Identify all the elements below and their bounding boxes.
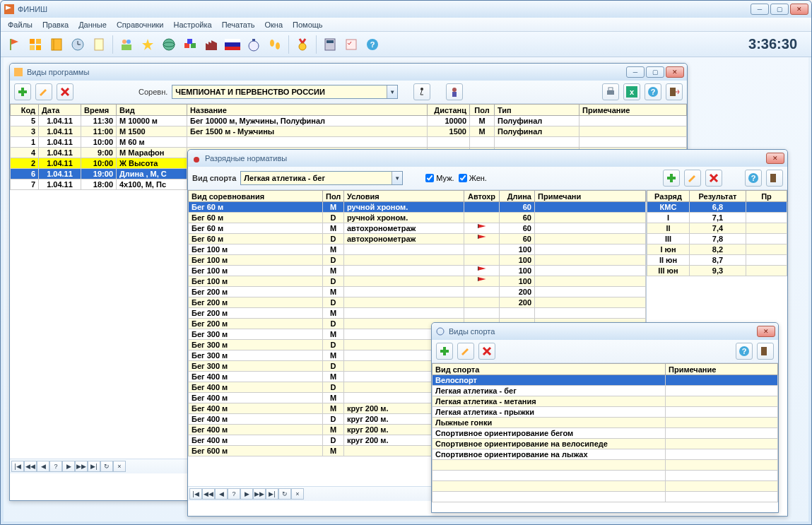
table-row[interactable]: Спортивное ориентирование на лыжах xyxy=(433,449,778,460)
stopwatch-icon[interactable] xyxy=(245,35,263,54)
sports-edit-button[interactable] xyxy=(457,343,474,360)
table-row[interactable]: Бег 100 мМ100 xyxy=(189,244,646,255)
menu-edit[interactable]: Правка xyxy=(38,19,73,30)
table-row[interactable]: Бег 60 мМавтохронометраж60 xyxy=(189,223,646,234)
nav-button[interactable]: ◀◀ xyxy=(24,461,37,472)
nav-button[interactable]: ▶▶ xyxy=(75,461,88,472)
table-row[interactable]: Бег 200 мМ200 xyxy=(189,287,646,297)
norm-delete-button[interactable] xyxy=(705,170,722,187)
nav-button[interactable]: ▶▶ xyxy=(253,488,266,500)
menu-files[interactable]: Файлы xyxy=(4,19,37,30)
table-row[interactable]: Бег 100 мD100 xyxy=(189,255,646,266)
exit-icon[interactable] xyxy=(666,83,683,100)
chevron-down-icon[interactable]: ▼ xyxy=(387,85,397,98)
table-row[interactable]: 31.04.1111:00М 1500Бег 1500 м - Мужчины1… xyxy=(11,126,687,137)
delete-button[interactable] xyxy=(57,83,73,100)
person-icon[interactable] xyxy=(446,83,463,100)
menu-help[interactable]: Помощь xyxy=(288,19,327,30)
star-icon[interactable] xyxy=(139,35,157,54)
comp-input[interactable] xyxy=(172,88,387,96)
factory-icon[interactable] xyxy=(202,35,220,54)
maximize-button[interactable]: ▢ xyxy=(770,4,789,15)
table-row[interactable]: Велоспорт xyxy=(433,375,778,386)
nav-button[interactable]: |◀ xyxy=(11,461,24,472)
rus-flag-icon[interactable] xyxy=(223,35,242,54)
note-icon[interactable] xyxy=(90,35,108,54)
table-row[interactable]: КМС6,8 xyxy=(647,202,787,213)
table-row[interactable]: Легкая атлетика - метания xyxy=(433,396,778,407)
excel-icon[interactable]: x xyxy=(623,83,640,100)
chevron-down-icon[interactable]: ▼ xyxy=(392,172,402,184)
norm-add-button[interactable] xyxy=(663,170,680,187)
nav-button[interactable]: ↻ xyxy=(100,461,113,472)
table-row[interactable]: Бег 60 мDручной хроном.60 xyxy=(189,213,646,223)
globe-icon[interactable] xyxy=(160,35,178,54)
edit-button[interactable] xyxy=(35,83,52,100)
footprints-icon[interactable] xyxy=(266,35,284,54)
female-checkbox[interactable]: Жен. xyxy=(459,174,487,182)
checklist-icon[interactable] xyxy=(342,35,360,54)
table-row[interactable]: II7,4 xyxy=(647,223,787,234)
table-row[interactable]: Легкая атлетика - прыжки xyxy=(433,407,778,418)
table-row[interactable]: Легкая атлетика - бег xyxy=(433,386,778,396)
help2-icon[interactable]: ? xyxy=(645,83,661,100)
sports-titlebar[interactable]: Виды спорта ✕ xyxy=(432,323,778,340)
table-row[interactable]: III юн9,3 xyxy=(647,266,787,276)
main-titlebar[interactable]: ФИНИШ ─ ▢ ✕ xyxy=(1,1,811,18)
nav-button[interactable]: × xyxy=(291,488,304,500)
table-row[interactable]: Бег 200 мМ xyxy=(189,308,646,319)
nav-button[interactable]: ▶| xyxy=(88,461,100,472)
norm-edit-button[interactable] xyxy=(684,170,701,187)
male-checkbox[interactable]: Муж. xyxy=(425,174,454,182)
menu-reference[interactable]: Справочники xyxy=(112,19,168,30)
sports-close[interactable]: ✕ xyxy=(757,326,775,337)
runner-icon[interactable] xyxy=(413,83,430,100)
table-row[interactable]: II юн8,7 xyxy=(647,255,787,266)
norm-help-icon[interactable]: ? xyxy=(745,170,762,187)
rank-table[interactable]: РазрядРезультатПр КМС6,8I7,1II7,4III7,8I… xyxy=(647,190,787,276)
nav-button[interactable]: ▶| xyxy=(266,488,278,500)
table-row[interactable]: Бег 60 мDавтохронометраж60 xyxy=(189,234,646,244)
norm-exit-icon[interactable] xyxy=(766,170,783,187)
nav-button[interactable]: ? xyxy=(49,461,62,472)
table-row[interactable]: Спортивное ориентирование бегом xyxy=(433,428,778,439)
nav-button[interactable]: ? xyxy=(228,488,240,500)
table-row[interactable]: Бег 60 мМручной хроном.60 xyxy=(189,202,646,213)
program-min[interactable]: ─ xyxy=(626,66,645,78)
table-row[interactable]: III7,8 xyxy=(647,234,787,244)
nav-button[interactable]: ▶ xyxy=(62,461,75,472)
menu-settings[interactable]: Настройка xyxy=(170,19,216,30)
flag-icon[interactable] xyxy=(5,35,23,54)
comp-combo[interactable]: ▼ xyxy=(172,85,398,99)
medal-icon[interactable] xyxy=(293,35,312,54)
program-titlebar[interactable]: Виды программы ─ ▢ ✕ xyxy=(10,64,687,81)
nav-button[interactable]: |◀ xyxy=(189,488,202,500)
norm-titlebar[interactable]: Разрядные нормативы ✕ xyxy=(188,150,787,167)
sports-table[interactable]: Вид спортаПримечание ВелоспортЛегкая атл… xyxy=(432,363,778,502)
sport-combo[interactable]: ▼ xyxy=(240,171,403,185)
grid-icon[interactable] xyxy=(26,35,45,54)
table-row[interactable]: I юн8,2 xyxy=(647,244,787,255)
program-close[interactable]: ✕ xyxy=(666,66,684,78)
norm-close[interactable]: ✕ xyxy=(766,153,784,164)
table-row[interactable]: Бег 200 мD200 xyxy=(189,297,646,308)
table-row[interactable]: I7,1 xyxy=(647,213,787,223)
notebook-icon[interactable] xyxy=(47,35,66,54)
menu-windows[interactable]: Окна xyxy=(261,19,288,30)
program-max[interactable]: ▢ xyxy=(646,66,664,78)
sports-help-icon[interactable]: ? xyxy=(736,343,753,360)
close-button[interactable]: ✕ xyxy=(790,4,808,15)
menu-print[interactable]: Печатать xyxy=(218,19,259,30)
table-row[interactable]: Бег 100 мМ100 xyxy=(189,266,646,276)
sports-add-button[interactable] xyxy=(436,343,453,360)
people-icon[interactable] xyxy=(117,35,136,54)
nav-button[interactable]: ↻ xyxy=(278,488,291,500)
table-row[interactable]: Бег 100 мD100 xyxy=(189,276,646,287)
minimize-button[interactable]: ─ xyxy=(751,4,769,15)
nav-button[interactable]: × xyxy=(113,461,126,472)
table-row[interactable]: Спортивное ориентирование на велосипеде xyxy=(433,439,778,449)
sports-delete-button[interactable] xyxy=(478,343,495,360)
clock-icon[interactable] xyxy=(69,35,87,54)
add-button[interactable] xyxy=(14,83,31,100)
nav-button[interactable]: ◀ xyxy=(215,488,228,500)
